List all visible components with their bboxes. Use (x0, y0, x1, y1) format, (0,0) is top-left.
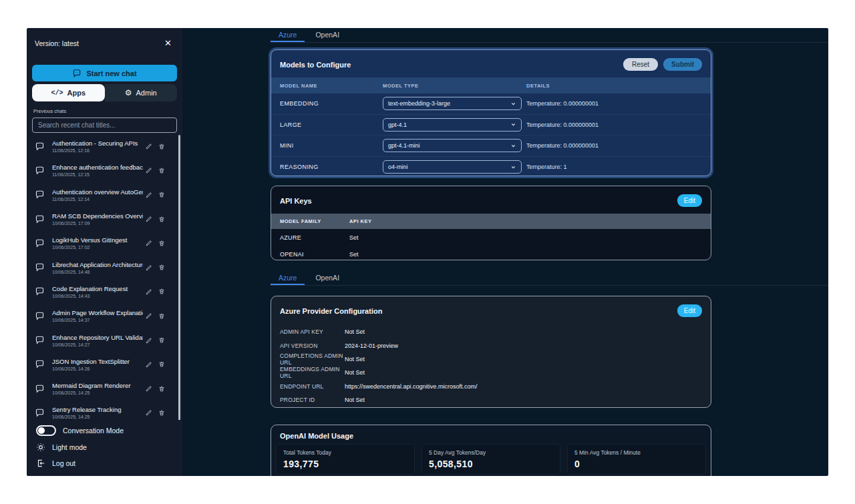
models-table-header: MODEL NAME MODEL TYPE DETAILS (271, 77, 711, 93)
edit-chat-icon[interactable] (146, 264, 152, 271)
delete-chat-icon[interactable] (158, 240, 165, 247)
tab-azure-bottom[interactable]: Azure (271, 271, 305, 285)
column-model-family: MODEL FAMILY (271, 218, 349, 224)
chat-bubble-icon (35, 190, 45, 200)
model-name: LARGE (271, 121, 383, 128)
start-new-chat-button[interactable]: Start new chat (32, 65, 177, 81)
delete-chat-icon[interactable] (158, 216, 165, 223)
edit-chat-icon[interactable] (146, 143, 152, 150)
delete-chat-icon[interactable] (158, 312, 165, 320)
chat-list-item[interactable]: Enhance Repository URL Validation 10/06/… (27, 328, 182, 352)
chat-bubble-icon (35, 311, 45, 321)
model-row: REASONING o4-mini Temperatu (271, 157, 711, 177)
delete-chat-icon[interactable] (158, 143, 165, 150)
model-select[interactable]: gpt-4.1 (383, 118, 522, 132)
edit-chat-icon[interactable] (146, 409, 152, 416)
delete-chat-icon[interactable] (158, 191, 165, 198)
chat-bubble-icon (35, 359, 45, 369)
config-field-label: ADMIN API KEY (271, 328, 345, 335)
config-field-value: https://swedencentral.api.cognitive.micr… (345, 383, 711, 390)
edit-chat-icon[interactable] (146, 385, 152, 392)
azure-config-title: Azure Provider Configuration (280, 307, 382, 315)
edit-chat-icon[interactable] (146, 240, 152, 246)
chat-title: Admin Page Workflow Explanation (52, 309, 143, 316)
config-field-label: ENDPOINT URL (271, 383, 345, 390)
chat-list-item[interactable]: Enhance authentication feedback 11/06/20… (27, 158, 182, 182)
config-field-row: COMPLETIONS ADMIN URL Not Set (271, 352, 711, 366)
chat-bubble-icon (72, 69, 81, 78)
tab-apps[interactable]: </> Apps (32, 84, 105, 101)
chat-bubble-icon (35, 408, 45, 418)
usage-card: 5 Day Avg Tokens/Day 5,058,510 (421, 444, 560, 475)
previous-chats-label: Previous chats (33, 108, 176, 114)
chat-timestamp: 10/06/2025, 17:02 (52, 245, 143, 250)
model-select[interactable]: text-embedding-3-large (383, 97, 522, 110)
admin-tab-label: Admin (136, 89, 157, 97)
chat-title: Enhance Repository URL Validation (52, 334, 143, 341)
main-area: Azure OpenAI Models to Configure Reset S… (182, 28, 828, 476)
edit-chat-icon[interactable] (146, 192, 152, 198)
column-model-name: MODEL NAME (271, 83, 383, 89)
delete-chat-icon[interactable] (158, 167, 165, 174)
edit-chat-icon[interactable] (146, 312, 152, 319)
sidebar-mode-switch: </> Apps ⚙ Admin (32, 84, 177, 101)
gear-icon: ⚙ (125, 89, 132, 97)
conversation-mode-toggle[interactable] (36, 425, 56, 436)
delete-chat-icon[interactable] (158, 385, 165, 393)
config-field-value: Not Set (345, 397, 711, 403)
chat-list-item[interactable]: JSON Ingestion TextSplitter 10/06/2025, … (27, 352, 182, 376)
light-mode-button[interactable]: Light mode (36, 443, 173, 452)
model-name: REASONING (271, 164, 383, 170)
edit-chat-icon[interactable] (146, 337, 152, 344)
chat-title: Librechat Application Architecture (52, 261, 143, 268)
chat-list-item[interactable]: Mermaid Diagram Renderer 10/06/2025, 14:… (27, 376, 182, 401)
column-api-key: API KEY (349, 218, 711, 224)
model-select[interactable]: gpt-4.1-mini (383, 139, 522, 152)
chat-bubble-icon (35, 142, 45, 152)
delete-chat-icon[interactable] (158, 360, 165, 368)
models-panel-title: Models to Configure (280, 61, 351, 69)
reset-button[interactable]: Reset (623, 58, 658, 71)
config-field-label: API VERSION (271, 342, 345, 349)
apps-tab-label: Apps (67, 89, 86, 97)
delete-chat-icon[interactable] (158, 288, 165, 295)
chat-list-item[interactable]: Admin Page Workflow Explanation 10/06/20… (27, 304, 182, 328)
chat-list-item[interactable]: Librechat Application Architecture 10/06… (27, 255, 182, 279)
log-out-button[interactable]: Log out (36, 459, 173, 468)
api-keys-edit-button[interactable]: Edit (677, 194, 702, 207)
delete-chat-icon[interactable] (158, 336, 165, 344)
chat-list-item[interactable]: LogikHub Versus GitIngest 10/06/2025, 17… (27, 231, 182, 255)
edit-chat-icon[interactable] (146, 167, 152, 174)
chat-title: Authentication - Securing APIs (52, 140, 143, 147)
chat-list-item[interactable]: Authentication - Securing APIs 11/06/202… (27, 134, 182, 158)
edit-chat-icon[interactable] (146, 288, 152, 295)
edit-chat-icon[interactable] (146, 216, 152, 222)
edit-chat-icon[interactable] (146, 361, 152, 368)
submit-button[interactable]: Submit (663, 58, 702, 71)
usage-cards: Total Tokens Today 193,775 5 Day Avg Tok… (271, 444, 711, 475)
chat-title: RAM SCB Dependencies Overview (52, 212, 143, 220)
close-icon[interactable]: ✕ (162, 37, 174, 49)
chat-list: Authentication - Securing APIs 11/06/202… (27, 131, 182, 425)
delete-chat-icon[interactable] (158, 264, 165, 271)
tab-admin[interactable]: ⚙ Admin (105, 84, 178, 101)
model-row: LARGE gpt-4.1 Temperature: (271, 115, 711, 136)
model-row: MINI gpt-4.1-mini Temperatu (271, 136, 711, 157)
tab-openai-bottom[interactable]: OpenAI (307, 271, 347, 285)
models-table-body: EMBEDDING text-embedding-3-large (271, 93, 711, 176)
azure-config-edit-button[interactable]: Edit (677, 304, 702, 317)
model-select[interactable]: o4-mini (383, 160, 522, 174)
config-field-row: API VERSION 2024-12-01-preview (271, 338, 711, 352)
tab-azure-top[interactable]: Azure (271, 28, 305, 42)
config-field-row: PROJECT ID Not Set (271, 393, 711, 407)
chat-timestamp: 10/06/2025, 14:25 (52, 391, 143, 395)
tab-openai-top[interactable]: OpenAI (307, 28, 347, 42)
chat-list-item[interactable]: RAM SCB Dependencies Overview 10/06/2025… (27, 207, 182, 231)
delete-chat-icon[interactable] (158, 409, 165, 417)
sidebar: Version: latest ✕ Start new chat </> App… (27, 28, 182, 476)
usage-card-value: 193,775 (283, 459, 407, 469)
api-keys-table-header: MODEL FAMILY API KEY (271, 214, 711, 229)
chat-list-item[interactable]: Authentication overview AutoGen 11/06/20… (27, 183, 182, 207)
column-model-type: MODEL TYPE (383, 83, 526, 89)
chat-list-item[interactable]: Code Explanation Request 10/06/2025, 14:… (27, 280, 182, 304)
